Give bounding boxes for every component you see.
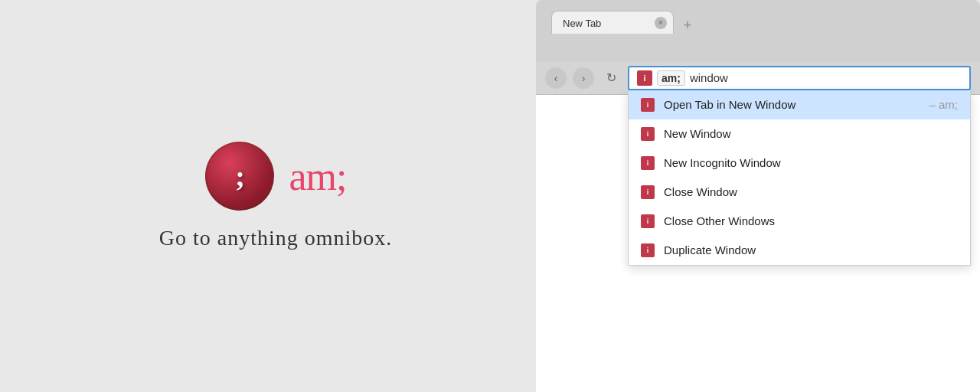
item-app-icon: i	[641, 185, 655, 199]
item-label: Close Other Windows	[664, 214, 958, 227]
logo-semicolon-icon: ;	[235, 159, 243, 193]
forward-button[interactable]: ›	[573, 67, 594, 89]
back-button[interactable]: ‹	[545, 67, 567, 89]
dropdown: iOpen Tab in New Window– am;iNew Windowi…	[628, 90, 971, 266]
browser-section: New Tab × + ‹ › ↻ i am; window iOpen Tab…	[536, 0, 980, 392]
tab-bar: New Tab × +	[551, 11, 698, 34]
app-logo: ;	[205, 142, 274, 211]
logo-row: ; am;	[205, 142, 347, 211]
browser-tab[interactable]: New Tab ×	[551, 11, 674, 34]
new-tab-button[interactable]: +	[677, 17, 698, 34]
omnibox-app-name: am;	[657, 70, 685, 86]
item-muted-text: – am;	[929, 98, 958, 111]
item-app-icon: i	[641, 243, 655, 257]
toolbar: ‹ › ↻ i am; window iOpen Tab in New Wind…	[536, 61, 980, 95]
dropdown-item[interactable]: iNew Incognito Window	[629, 149, 970, 178]
left-section: ; am; Go to anything omnibox.	[0, 0, 551, 392]
dropdown-item[interactable]: iDuplicate Window	[629, 236, 970, 265]
item-label: Duplicate Window	[664, 243, 958, 256]
item-app-icon: i	[641, 127, 655, 141]
browser-chrome: New Tab × +	[536, 0, 980, 61]
tab-title: New Tab	[563, 18, 601, 29]
tagline: Go to anything omnibox.	[159, 226, 393, 250]
item-label: New Incognito Window	[664, 156, 958, 169]
omnibox-query: window	[690, 71, 728, 84]
item-app-icon: i	[641, 98, 655, 112]
dropdown-item[interactable]: iClose Other Windows	[629, 207, 970, 236]
logo-text: am;	[289, 154, 347, 199]
item-label: New Window	[664, 127, 958, 140]
omnibox[interactable]: i am; window	[628, 66, 971, 90]
item-label: Open Tab in New Window	[664, 98, 920, 111]
dropdown-item[interactable]: iOpen Tab in New Window– am;	[629, 90, 970, 119]
dropdown-item[interactable]: iNew Window	[629, 119, 970, 149]
refresh-button[interactable]: ↻	[600, 67, 622, 89]
item-app-icon: i	[641, 214, 655, 228]
dropdown-item[interactable]: iClose Window	[629, 178, 970, 207]
omnibox-app-icon: i	[637, 70, 652, 86]
tab-close-button[interactable]: ×	[655, 17, 667, 29]
omnibox-wrapper: i am; window iOpen Tab in New Window– am…	[628, 66, 971, 90]
item-label: Close Window	[664, 185, 958, 198]
item-app-icon: i	[641, 156, 655, 170]
